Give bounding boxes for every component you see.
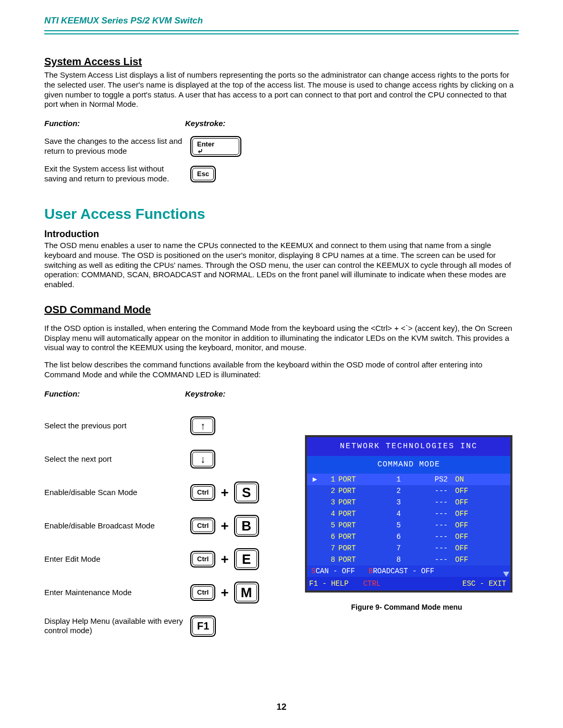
screenshot-title: NETWORK TECHNOLOGIES INC [307, 437, 510, 456]
status-line: SCAN - OFF BROADCAST - OFF [307, 565, 510, 577]
ctrl-b-combo: Ctrl + B [190, 515, 259, 537]
page-number: 12 [0, 702, 563, 712]
function-label: Function: [44, 119, 185, 129]
function-desc: Enable/disable Scan Mode [44, 488, 190, 498]
port-row: 4PORT4---OFF [307, 508, 510, 520]
port-row: 3PORT3---OFF [307, 497, 510, 508]
ctrl-e-combo: Ctrl + E [190, 548, 259, 570]
port-row: ▶1PORT1PS2ON [307, 474, 510, 485]
screenshot-subtitle: COMMAND MODE [307, 456, 510, 474]
header-rule [44, 30, 519, 34]
system-access-list-paragraph: The System Access List displays a list o… [44, 70, 519, 109]
up-arrow-key: ↑ [190, 416, 215, 435]
port-row: 5PORT5---OFF [307, 520, 510, 531]
port-row: 8PORT8---OFF [307, 554, 510, 565]
esc-key: Esc [190, 166, 216, 182]
introduction-paragraph: The OSD menu enables a user to name the … [44, 241, 519, 290]
scroll-down-icon [503, 572, 509, 577]
function-desc: Enter Maintenance Mode [44, 588, 190, 598]
figure-caption: Figure 9- Command Mode menu [305, 603, 508, 612]
enter-key: Enter⤶ [190, 136, 241, 157]
port-row: 6PORT6---OFF [307, 531, 510, 542]
function-desc: Select the previous port [44, 421, 190, 431]
keystroke-label: Keystroke: [185, 119, 226, 129]
user-access-functions-heading: User Access Functions [44, 205, 519, 223]
osd-command-mode-heading: OSD Command Mode [44, 303, 519, 316]
osd-paragraph-1: If the OSD option is installed, when ent… [44, 324, 519, 353]
command-mode-menu-screenshot: NETWORK TECHNOLOGIES INC COMMAND MODE ▶1… [305, 435, 512, 593]
introduction-heading: Introduction [44, 228, 519, 240]
ctrl-m-combo: Ctrl + M [190, 582, 259, 603]
osd-paragraph-2: The list below describes the command fun… [44, 360, 519, 380]
function-desc: Save the changes to the access list and … [44, 137, 190, 156]
doc-header: NTI KEEMUX Series PS/2 KVM Switch [44, 16, 519, 29]
function-label: Function: [44, 389, 185, 399]
help-line: F1 - HELP CTRL ESC - EXIT [307, 577, 510, 590]
function-desc: Enter Edit Mode [44, 554, 190, 564]
system-access-list-heading: System Access List [44, 55, 519, 68]
down-arrow-key: ↓ [190, 450, 215, 468]
port-row: 7PORT7---OFF [307, 542, 510, 554]
function-desc: Exit the System access list without savi… [44, 164, 190, 184]
function-desc: Enable/disable Broadcast Mode [44, 521, 190, 531]
keystroke-label: Keystroke: [185, 389, 226, 399]
f1-key: F1 [190, 615, 216, 637]
function-desc: Select the next port [44, 454, 190, 464]
port-row: 2PORT2---OFF [307, 485, 510, 497]
screenshot-column: NETWORK TECHNOLOGIES INC COMMAND MODE ▶1… [305, 404, 512, 637]
ctrl-s-combo: Ctrl + S [190, 482, 259, 503]
function-desc: Display Help Menu (available with every … [44, 616, 190, 636]
